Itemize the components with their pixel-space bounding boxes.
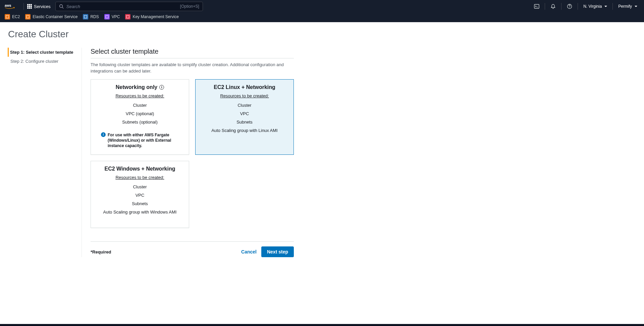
service-shortcut[interactable]: RDS [83, 14, 99, 19]
svg-rect-8 [26, 15, 29, 18]
region-selector[interactable]: N. Virginia [581, 4, 609, 9]
service-shortcut[interactable]: Key Management Service [125, 14, 178, 19]
resource-item: Auto Scaling group with Windows AMI [96, 208, 184, 216]
service-shortcut-label: VPC [112, 14, 120, 19]
next-step-button[interactable]: Next step [261, 246, 294, 257]
resource-item: Subnets (optional) [96, 118, 184, 126]
section-title: Select cluster template [91, 48, 294, 58]
info-icon: i [101, 132, 106, 137]
required-note: *Required [91, 249, 111, 254]
info-icon[interactable]: i [159, 85, 164, 90]
service-shortcut-label: Key Management Service [132, 14, 178, 19]
svg-rect-7 [6, 15, 9, 18]
service-icon [5, 14, 10, 19]
service-shortcut-label: RDS [90, 14, 99, 19]
resources-list: ClusterVPCSubnetsAuto Scaling group with… [200, 101, 289, 135]
account-menu[interactable]: Permify [616, 4, 639, 9]
search-icon [59, 4, 64, 9]
svg-rect-10 [106, 15, 108, 18]
template-card[interactable]: EC2 Windows + NetworkingResources to be … [91, 161, 189, 228]
page-title: Create Cluster [8, 29, 294, 40]
footer-separator [91, 241, 294, 242]
search-input[interactable] [66, 4, 180, 9]
main-content: Select cluster template The following cl… [82, 48, 294, 257]
global-search[interactable]: [Option+S] [55, 2, 203, 11]
nav-divider [23, 3, 24, 10]
resource-item: VPC (optional) [96, 109, 184, 118]
svg-point-6 [569, 7, 570, 8]
cloudshell-button[interactable] [532, 2, 541, 11]
resource-item: Cluster [96, 183, 184, 191]
service-icon [104, 14, 110, 19]
resource-item: Cluster [200, 101, 289, 109]
service-shortcut[interactable]: Elastic Container Service [25, 14, 77, 19]
service-icon [125, 14, 130, 19]
services-menu-button[interactable]: Services [27, 4, 51, 9]
nav-divider [545, 3, 545, 10]
resource-item: Auto Scaling group with Linux AMI [200, 126, 289, 135]
card-note: iFor use with either AWS Fargate (Window… [96, 132, 184, 149]
resource-item: VPC [200, 109, 289, 118]
wizard-step[interactable]: Step 2: Configure cluster [8, 57, 78, 66]
svg-rect-11 [126, 15, 129, 18]
resources-header: Resources to be created: [115, 93, 164, 98]
resources-list: ClusterVPC (optional)Subnets (optional) [96, 101, 184, 126]
resource-item: VPC [96, 191, 184, 199]
service-icon [25, 14, 31, 19]
svg-point-1 [60, 5, 63, 8]
service-shortcut[interactable]: EC2 [5, 14, 20, 19]
card-title: Networking onlyi [116, 84, 164, 90]
wizard-step[interactable]: Step 1: Select cluster template [8, 48, 78, 57]
template-card[interactable]: EC2 Linux + NetworkingResources to be cr… [195, 79, 294, 155]
service-shortcut-label: Elastic Container Service [33, 14, 77, 19]
service-icon [83, 14, 88, 19]
service-shortcut[interactable]: VPC [104, 14, 120, 19]
resource-item: Subnets [96, 199, 184, 208]
account-label: Permify [618, 4, 632, 9]
wizard-steps-sidebar: Step 1: Select cluster templateStep 2: C… [8, 48, 82, 257]
card-note-text: For use with either AWS Fargate (Windows… [108, 132, 179, 149]
resource-item: Cluster [96, 101, 184, 109]
wizard-footer: *Required Cancel Next step [91, 246, 294, 257]
card-title: EC2 Linux + Networking [214, 84, 275, 90]
help-button[interactable] [565, 2, 574, 11]
resources-header: Resources to be created: [220, 93, 269, 98]
svg-line-2 [62, 7, 63, 9]
cancel-button[interactable]: Cancel [236, 246, 261, 257]
services-label: Services [34, 4, 51, 9]
svg-rect-3 [534, 4, 539, 8]
aws-logo[interactable]: aws [5, 3, 15, 10]
resource-item: Subnets [200, 118, 289, 126]
notifications-button[interactable] [548, 2, 558, 11]
top-navigation: aws Services [Option+S] N. Virginia Perm… [0, 0, 644, 13]
service-shortcut-label: EC2 [12, 14, 20, 19]
resources-header: Resources to be created: [115, 175, 164, 180]
card-title: EC2 Windows + Networking [105, 166, 175, 172]
svg-rect-9 [84, 15, 87, 18]
template-card-grid: Networking onlyiResources to be created:… [91, 79, 294, 228]
nav-divider [578, 3, 578, 10]
resources-list: ClusterVPCSubnetsAuto Scaling group with… [96, 183, 184, 216]
grid-icon [27, 4, 32, 9]
section-description: The following cluster templates are avai… [91, 62, 294, 75]
nav-divider [561, 3, 561, 10]
svg-text:aws: aws [5, 4, 11, 7]
service-shortcut-bar: EC2Elastic Container ServiceRDSVPCKey Ma… [0, 13, 644, 22]
template-card[interactable]: Networking onlyiResources to be created:… [91, 79, 189, 155]
nav-divider [612, 3, 613, 10]
search-shortcut-hint: [Option+S] [180, 4, 199, 9]
page-container: Create Cluster Step 1: Select cluster te… [0, 22, 302, 271]
region-label: N. Virginia [583, 4, 602, 9]
